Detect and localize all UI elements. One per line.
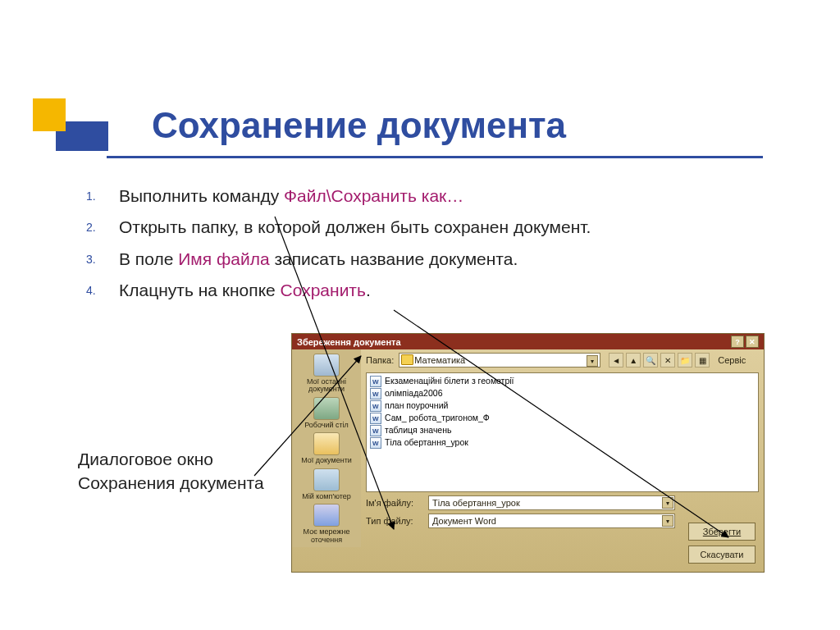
chevron-down-icon[interactable]: ▾ <box>587 355 598 367</box>
newfolder-icon[interactable]: 📁 <box>678 353 692 368</box>
filename-row: Ім'я файлу: Тіла обертання_урок ▾ <box>361 494 764 512</box>
folder-label: Папка: <box>366 355 394 365</box>
window-buttons: ? ✕ <box>731 336 759 348</box>
folder-icon <box>401 354 413 365</box>
tools-menu[interactable]: Сервіс <box>718 355 746 365</box>
search-icon[interactable]: 🔍 <box>643 353 658 368</box>
decorative-squares <box>33 98 131 164</box>
dialog-title-text: Збереження документа <box>297 337 401 347</box>
filetype-label: Тип файлу: <box>366 516 423 526</box>
list-text: В поле Имя файла записать название докум… <box>119 248 518 271</box>
list-number: 3. <box>86 248 119 266</box>
chevron-down-icon[interactable]: ▾ <box>662 515 673 527</box>
highlight: Имя файла <box>178 249 269 268</box>
cancel-button[interactable]: Скасувати <box>688 546 756 564</box>
chevron-down-icon[interactable]: ▾ <box>662 497 673 509</box>
filename-value: Тіла обертання_урок <box>432 498 520 508</box>
folder-select[interactable]: Математика ▾ <box>399 353 600 368</box>
filetype-value: Документ Word <box>432 516 496 526</box>
word-doc-icon <box>370 376 381 387</box>
desktop-icon <box>313 397 340 420</box>
list-number: 1. <box>86 185 119 203</box>
sidebar-item-network[interactable]: Моє мережне оточення <box>294 503 358 544</box>
list-item[interactable]: Тіла обертання_урок <box>368 436 756 449</box>
list-item: 3. В поле Имя файла записать название до… <box>86 248 775 271</box>
steps-list: 1. Выполнить команду Файл\Сохранить как…… <box>86 185 775 310</box>
list-text: Клацнуть на кнопке Сохранить. <box>119 279 371 302</box>
page-title: Сохранение документа <box>152 105 566 146</box>
computer-icon <box>313 468 340 491</box>
list-item[interactable]: таблиця значень <box>368 424 756 436</box>
list-text: Открыть папку, в которой должен быть сох… <box>119 216 591 239</box>
filename-label: Ім'я файлу: <box>366 498 423 508</box>
list-item: 4. Клацнуть на кнопке Сохранить. <box>86 279 775 302</box>
mydocs-icon <box>313 432 340 455</box>
save-dialog: Збереження документа ? ✕ Мої останні док… <box>291 333 765 573</box>
highlight: Файл\Сохранить как… <box>284 186 463 205</box>
toolbar-icons: ◄ ▲ 🔍 ✕ 📁 ▦ <box>609 353 710 368</box>
sidebar-item-mydocs[interactable]: Мої документи <box>294 431 358 464</box>
sidebar-item-recent[interactable]: Мої останні документи <box>294 353 358 394</box>
recent-docs-icon <box>313 354 340 377</box>
title-underline <box>107 156 763 158</box>
file-list[interactable]: Екзаменаційні білети з геометрії олімпіа… <box>366 372 759 492</box>
sidebar-item-desktop[interactable]: Робочий стіл <box>294 396 358 429</box>
dialog-toolbar: Папка: Математика ▾ ◄ ▲ 🔍 ✕ 📁 ▦ Сер <box>361 349 764 371</box>
folder-select-value: Математика <box>414 355 465 365</box>
network-icon <box>313 504 340 527</box>
dialog-body: Мої останні документи Робочий стіл Мої д… <box>292 349 764 547</box>
list-number: 4. <box>86 279 119 297</box>
word-doc-icon <box>370 388 381 399</box>
caption-line: Сохранения документа <box>78 471 264 495</box>
filetype-field[interactable]: Документ Word ▾ <box>428 514 675 528</box>
dialog-titlebar: Збереження документа ? ✕ <box>292 334 764 349</box>
places-bar: Мої останні документи Робочий стіл Мої д… <box>292 349 361 547</box>
close-icon[interactable]: ✕ <box>746 336 759 348</box>
back-icon[interactable]: ◄ <box>609 353 623 368</box>
word-doc-icon <box>370 400 381 412</box>
dialog-buttons: Зберегти Скасувати <box>688 523 756 564</box>
list-item: 1. Выполнить команду Файл\Сохранить как… <box>86 185 775 208</box>
highlight: Сохранить <box>281 281 366 299</box>
list-item[interactable]: олімпіада2006 <box>368 387 756 399</box>
word-doc-icon <box>370 437 381 449</box>
save-button[interactable]: Зберегти <box>688 523 756 541</box>
list-number: 2. <box>86 216 119 234</box>
filename-field[interactable]: Тіла обертання_урок ▾ <box>428 495 675 510</box>
list-item[interactable]: Сам_ робота_тригоном_Ф <box>368 412 756 424</box>
word-doc-icon <box>370 413 381 424</box>
up-icon[interactable]: ▲ <box>626 353 641 368</box>
list-item[interactable]: Екзаменаційні білети з геометрії <box>368 375 756 387</box>
list-item[interactable]: план поурочний <box>368 399 756 412</box>
list-item: 2. Открыть папку, в которой должен быть … <box>86 216 775 239</box>
dialog-caption: Диалоговое окно Сохранения документа <box>78 447 264 495</box>
word-doc-icon <box>370 425 381 436</box>
delete-icon[interactable]: ✕ <box>660 353 675 368</box>
views-icon[interactable]: ▦ <box>695 353 710 368</box>
slide: Сохранение документа 1. Выполнить команд… <box>0 0 840 630</box>
sidebar-item-mycomputer[interactable]: Мій комп'ютер <box>294 468 358 500</box>
caption-line: Диалоговое окно <box>78 447 264 471</box>
dialog-main: Папка: Математика ▾ ◄ ▲ 🔍 ✕ 📁 ▦ Сер <box>361 349 764 547</box>
help-icon[interactable]: ? <box>731 336 744 348</box>
list-text: Выполнить команду Файл\Сохранить как… <box>119 185 463 208</box>
decor-yellow <box>33 98 66 131</box>
